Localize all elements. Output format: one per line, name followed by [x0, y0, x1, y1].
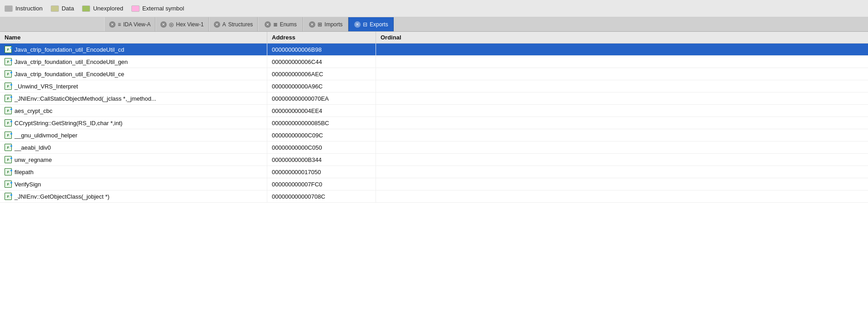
- cell-name: F_JNIEnv::GetObjectClass(_jobject *): [0, 190, 267, 202]
- cell-name: F__aeabi_ldiv0: [0, 141, 267, 153]
- cell-address: 000000000006B98: [267, 44, 376, 55]
- cell-ordinal: [376, 154, 868, 166]
- tab-close-structures[interactable]: ✕: [214, 21, 220, 28]
- structures-icon: A: [222, 21, 226, 28]
- function-icon: F: [5, 70, 12, 78]
- imports-icon: ⊞: [318, 21, 322, 28]
- tab-close-enums[interactable]: ✕: [265, 21, 271, 28]
- hex-view-icon: ◎: [169, 21, 174, 28]
- tab-close-exports[interactable]: ✕: [354, 21, 361, 28]
- tab-close-ida-view-a[interactable]: ✕: [109, 21, 116, 28]
- table-row[interactable]: FJava_ctrip_foundation_util_EncodeUtil_g…: [0, 56, 868, 68]
- tab-imports[interactable]: ✕ ⊞ Imports: [303, 17, 348, 31]
- ida-view-icon: ≡: [118, 21, 121, 28]
- tab-enums[interactable]: ✕ ≣ Enums: [258, 17, 303, 31]
- legend-external-symbol: External symbol: [131, 5, 184, 12]
- cell-name-text: Java_ctrip_foundation_util_EncodeUtil_ge…: [14, 58, 128, 65]
- function-icon: F: [5, 144, 12, 151]
- legend-instruction: Instruction: [5, 5, 43, 12]
- function-icon: F: [5, 132, 12, 139]
- cell-address: 00000000000C09C: [267, 129, 376, 141]
- external-symbol-swatch: [131, 5, 140, 12]
- cell-address: 00000000000B344: [267, 154, 376, 166]
- cell-name-text: __aeabi_ldiv0: [14, 144, 51, 151]
- table-row[interactable]: F_JNIEnv::CallStaticObjectMethod(_jclass…: [0, 93, 868, 105]
- tab-enums-label: Enums: [280, 21, 297, 28]
- function-icon: F: [5, 95, 12, 102]
- table-row[interactable]: F_Unwind_VRS_Interpret00000000000A96C: [0, 80, 868, 93]
- enums-icon: ≣: [273, 21, 278, 28]
- tab-close-imports[interactable]: ✕: [309, 21, 315, 28]
- cell-name-text: unw_regname: [14, 156, 52, 163]
- tab-exports-label: Exports: [370, 21, 388, 28]
- cell-name-text: filepath: [14, 169, 34, 176]
- table-body: FJava_ctrip_foundation_util_EncodeUtil_c…: [0, 44, 868, 203]
- cell-name-text: __gnu_uldivmod_helper: [14, 132, 77, 139]
- legend-unexplored: Unexplored: [82, 5, 123, 12]
- cell-name-text: _JNIEnv::CallStaticObjectMethod(_jclass …: [14, 95, 156, 102]
- cell-address: 00000000000C050: [267, 141, 376, 153]
- table-row[interactable]: F_JNIEnv::GetObjectClass(_jobject *)0000…: [0, 190, 868, 203]
- cell-ordinal: [376, 129, 868, 141]
- instruction-swatch: [5, 5, 13, 12]
- cell-address: 000000000004EE4: [267, 105, 376, 117]
- cell-name: Faes_crypt_cbc: [0, 105, 267, 117]
- tab-ida-view-a-label: IDA View-A: [123, 21, 150, 28]
- table-row[interactable]: FVerifySign000000000007FC0: [0, 178, 868, 190]
- cell-address: 000000000007FC0: [267, 178, 376, 190]
- cell-address: 000000000000070EA: [267, 93, 376, 104]
- function-icon: F: [5, 168, 12, 176]
- tab-imports-label: Imports: [324, 21, 342, 28]
- cell-address: 000000000000085BC: [267, 117, 376, 129]
- legend-instruction-label: Instruction: [15, 5, 43, 12]
- cell-name: FVerifySign: [0, 178, 267, 190]
- legend-data-label: Data: [62, 5, 74, 12]
- cell-address: 000000000017050: [267, 166, 376, 178]
- cell-name: FJava_ctrip_foundation_util_EncodeUtil_c…: [0, 68, 267, 80]
- cell-ordinal: [376, 93, 868, 104]
- table-row[interactable]: FCCryptString::GetString(RS_ID,char *,in…: [0, 117, 868, 129]
- cell-address: 00000000000A96C: [267, 80, 376, 92]
- tab-bar: ✕ ≡ IDA View-A ✕ ◎ Hex View-1 ✕ A Struct…: [0, 17, 868, 32]
- function-icon: F: [5, 107, 12, 114]
- cell-name: FJava_ctrip_foundation_util_EncodeUtil_g…: [0, 56, 267, 68]
- cell-address: 000000000006AEC: [267, 68, 376, 80]
- cell-name: F_Unwind_VRS_Interpret: [0, 80, 267, 92]
- cell-ordinal: [376, 190, 868, 202]
- cell-name: F_JNIEnv::CallStaticObjectMethod(_jclass…: [0, 93, 267, 104]
- col-header-name: Name: [0, 32, 267, 43]
- table-row[interactable]: Funw_regname00000000000B344: [0, 154, 868, 166]
- cell-ordinal: [376, 178, 868, 190]
- tab-close-hex-view-1[interactable]: ✕: [160, 21, 167, 28]
- function-icon: F: [5, 119, 12, 127]
- function-icon: F: [5, 193, 12, 200]
- function-icon: F: [5, 156, 12, 163]
- table-row[interactable]: F__gnu_uldivmod_helper00000000000C09C: [0, 129, 868, 141]
- table-row[interactable]: FJava_ctrip_foundation_util_EncodeUtil_c…: [0, 68, 868, 80]
- function-icon: F: [5, 58, 12, 65]
- cell-ordinal: [376, 105, 868, 117]
- table-row[interactable]: F__aeabi_ldiv000000000000C050: [0, 141, 868, 154]
- data-swatch: [51, 5, 59, 12]
- table-row[interactable]: FJava_ctrip_foundation_util_EncodeUtil_c…: [0, 44, 868, 56]
- tab-ida-view-a[interactable]: ✕ ≡ IDA View-A: [104, 17, 155, 31]
- cell-name-text: _JNIEnv::GetObjectClass(_jobject *): [14, 193, 110, 200]
- cell-name: Funw_regname: [0, 154, 267, 166]
- tab-structures-label: Structures: [228, 21, 253, 28]
- table-row[interactable]: Ffilepath000000000017050: [0, 166, 868, 178]
- table-row[interactable]: Faes_crypt_cbc000000000004EE4: [0, 105, 868, 117]
- tab-exports[interactable]: ✕ ⊟ Exports: [348, 17, 394, 31]
- cell-ordinal: [376, 68, 868, 80]
- cell-ordinal: [376, 80, 868, 92]
- cell-name-text: _Unwind_VRS_Interpret: [14, 83, 78, 90]
- legend-external-symbol-label: External symbol: [142, 5, 184, 12]
- col-header-ordinal: Ordinal: [376, 32, 868, 43]
- table-header: Name Address Ordinal: [0, 32, 868, 44]
- tab-structures[interactable]: ✕ A Structures: [209, 17, 258, 31]
- cell-name-text: VerifySign: [14, 181, 41, 188]
- function-icon: F: [5, 83, 12, 90]
- exports-icon: ⊟: [363, 21, 367, 28]
- tab-hex-view-1[interactable]: ✕ ◎ Hex View-1: [155, 17, 208, 31]
- table-area: Name Address Ordinal FJava_ctrip_foundat…: [0, 32, 868, 312]
- cell-ordinal: [376, 166, 868, 178]
